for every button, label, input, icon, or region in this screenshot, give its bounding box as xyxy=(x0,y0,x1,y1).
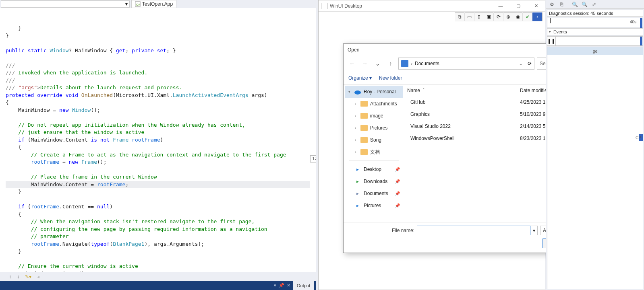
editor-footer: ↑ ↓ ✎▾ ◂ xyxy=(0,272,316,281)
tree-item[interactable]: ›Pictures xyxy=(345,122,403,134)
events-track: ❚❚ xyxy=(547,36,643,46)
svg-text:C#: C# xyxy=(136,3,141,6)
ide-pane: ▾ C# TestOpen.App }} public static Windo… xyxy=(0,0,316,290)
select-element-icon[interactable]: ▭ xyxy=(465,12,474,21)
nav-up-icon[interactable]: ↑ xyxy=(9,274,11,280)
csharp-file-icon: C# xyxy=(135,1,141,7)
quick-access-item[interactable]: ▸Downloads📌 xyxy=(345,175,403,187)
up-button[interactable]: ↑ xyxy=(385,58,396,69)
ide-status-bar: ▾ 📌 ✕ Output xyxy=(0,281,316,290)
back-button[interactable]: ← xyxy=(347,58,357,69)
diag-col-hint2: CP xyxy=(636,136,641,140)
dialog-title: Open xyxy=(348,47,359,53)
organize-menu[interactable]: Organize ▾ xyxy=(348,75,372,81)
tree-item[interactable]: ›Attachments xyxy=(345,98,403,110)
filename-label: File name: xyxy=(392,228,414,233)
tree-item[interactable]: ›Song xyxy=(345,134,403,146)
breadcrumb-item[interactable]: Documents xyxy=(415,61,439,66)
reset-zoom-icon[interactable]: ⤢ xyxy=(590,1,598,8)
chevron-down-icon: ▾ xyxy=(549,30,551,34)
tab-dropdown-icon[interactable]: ▾ xyxy=(274,283,276,288)
pin-icon[interactable]: 📌 xyxy=(279,283,284,288)
accessibility-icon[interactable]: ◉ xyxy=(513,12,523,21)
export-icon[interactable]: ⎘ xyxy=(557,1,565,8)
drive-icon xyxy=(401,60,408,67)
binding-icon[interactable]: ⊚ xyxy=(503,12,513,21)
diag-toolbar: ⚙ ⎘ 🔍 🔍 ⤢ xyxy=(546,0,644,9)
tree-separator xyxy=(349,160,399,161)
diag-timeline[interactable]: 40s xyxy=(547,18,643,27)
chevron-down-icon: ▾ xyxy=(125,1,128,7)
code-editor[interactable]: }} public static Window? MainWindow { ge… xyxy=(0,8,316,272)
close-icon[interactable]: ✕ xyxy=(287,283,290,288)
quick-access-item[interactable]: ▸Desktop📌 xyxy=(345,163,403,175)
quick-access-item[interactable]: ▸Documents📌 xyxy=(345,187,403,200)
events-lane[interactable] xyxy=(556,36,643,46)
pencil-icon[interactable]: ✎▾ xyxy=(25,274,31,280)
diagnostics-panel: ⚙ ⎘ 🔍 🔍 ⤢ Diagnostics session: 45 second… xyxy=(546,0,644,290)
nav-down-icon[interactable]: ↓ xyxy=(17,274,19,280)
track-focus-icon[interactable]: ▣ xyxy=(484,12,494,21)
new-folder-button[interactable]: New folder xyxy=(379,75,402,81)
nav-prev-icon[interactable]: ◂ xyxy=(37,274,39,280)
file-tab-label: TestOpen.App xyxy=(142,1,173,7)
tree-item[interactable]: ›文档 xyxy=(345,146,403,158)
maximize-button[interactable]: ▢ xyxy=(509,0,527,12)
xaml-debug-toolbar: ⧉ ▭ ▯ ▣ ⟳ ⊚ ◉ ✔ ‹ xyxy=(319,12,545,22)
hotreload-icon[interactable]: ⟳ xyxy=(494,12,503,21)
timeline-tick: 40s xyxy=(630,20,636,24)
recent-chevron-icon[interactable]: ⌄ xyxy=(373,58,383,69)
zoom-out-icon[interactable]: 🔍 xyxy=(580,1,588,8)
gear-icon[interactable]: ⚙ xyxy=(548,1,556,8)
svg-point-2 xyxy=(354,90,361,95)
winui-title: WinUI Desktop xyxy=(330,3,362,9)
zoom-in-icon[interactable]: 🔍 xyxy=(571,1,579,8)
timeline-cursor[interactable] xyxy=(640,18,642,28)
diag-session-label: Diagnostics session: 45 seconds xyxy=(547,10,643,17)
close-button[interactable]: ✕ xyxy=(527,0,545,12)
refresh-icon[interactable]: ⟳ xyxy=(528,61,532,66)
display-layout-icon[interactable]: ▯ xyxy=(474,12,484,21)
winui-titlebar: WinUI Desktop — ▢ ✕ xyxy=(319,0,545,12)
quick-access-item[interactable]: ▸Pictures📌 xyxy=(345,200,403,212)
breadcrumb[interactable]: › Documents ⌄ ⟳ xyxy=(398,58,534,70)
events-header[interactable]: ▾ Events xyxy=(547,28,643,35)
member-nav-dropdown[interactable]: ▾ xyxy=(1,0,130,8)
minimize-button[interactable]: — xyxy=(492,0,509,12)
col-name[interactable]: Name ˄ xyxy=(403,88,516,93)
filename-input[interactable] xyxy=(417,226,530,235)
filename-dropdown-icon[interactable]: ▾ xyxy=(530,226,538,235)
ide-tabbar: ▾ C# TestOpen.App xyxy=(0,0,316,8)
forward-button[interactable]: → xyxy=(360,58,370,69)
chevron-down-icon: ▾ xyxy=(369,75,372,81)
chevron-right-icon: › xyxy=(411,61,412,66)
tree-root[interactable]: ▾Roy - Personal xyxy=(345,86,403,98)
line-number-badge: 123 xyxy=(310,155,316,162)
diag-col-hint: ge xyxy=(593,49,597,53)
apply-icon[interactable]: ✔ xyxy=(523,12,532,21)
file-tab[interactable]: C# TestOpen.App xyxy=(131,0,176,8)
pause-button[interactable]: ❚❚ xyxy=(547,36,556,46)
chevron-down-icon[interactable]: ⌄ xyxy=(519,61,523,66)
live-visual-tree-icon[interactable]: ⧉ xyxy=(455,12,465,21)
diag-detail-area: ge CP xyxy=(547,47,643,289)
sort-asc-icon: ˄ xyxy=(422,88,425,93)
collapse-toolbar-icon[interactable]: ‹ xyxy=(532,12,542,21)
output-panel-tab[interactable]: Output xyxy=(293,281,314,290)
app-icon xyxy=(321,3,327,9)
tree-item[interactable]: ›image xyxy=(345,110,403,122)
folder-tree[interactable]: ▾Roy - Personal›Attachments›image›Pictur… xyxy=(344,85,403,222)
